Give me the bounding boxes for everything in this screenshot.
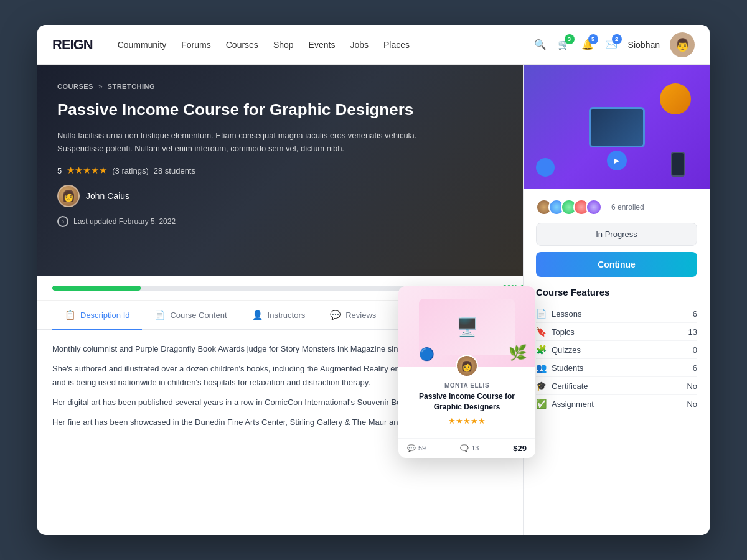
nav-jobs[interactable]: Jobs: [350, 40, 369, 50]
enrolled-row: +6 enrolled: [536, 199, 697, 215]
certificate-value: No: [687, 381, 697, 391]
students-value: 6: [693, 363, 697, 373]
fc-price: $29: [513, 444, 527, 453]
deco-phone: [671, 152, 685, 177]
course-rating: 5 ★★★★★ (3 ratings) 28 students: [57, 165, 462, 176]
enrolled-avatar-5: [586, 199, 602, 215]
nav-shop[interactable]: Shop: [273, 40, 294, 50]
tab-description[interactable]: 📋 Description Id: [52, 301, 142, 330]
hero-content: COURSES » STRETCHING Passive Income Cour…: [57, 82, 462, 227]
search-button[interactable]: 🔍: [533, 38, 547, 52]
feature-lessons: 📄 Lessons 6: [536, 305, 697, 323]
tab-course-content[interactable]: 📄 Course Content: [142, 301, 239, 330]
fc-likes: 💬 59: [407, 444, 426, 452]
breadcrumb-separator: »: [98, 82, 103, 91]
feature-certificate: 🎓 Certificate No: [536, 377, 697, 395]
floating-card-image: 🖥️ 🌿 🔵 👩: [398, 286, 535, 367]
notifications-button[interactable]: 🔔 5: [581, 38, 594, 52]
play-button[interactable]: ▶: [607, 151, 627, 170]
user-avatar[interactable]: 👨: [670, 32, 695, 57]
course-title: Passive Income Course for Graphic Design…: [57, 100, 462, 121]
like-icon: 💬: [407, 444, 416, 452]
content-tab-icon: 📄: [154, 310, 165, 320]
tab-instructors[interactable]: 👤 Instructors: [240, 301, 318, 330]
instructor-row: 👩 John Caius: [57, 185, 462, 207]
tab-reviews[interactable]: 💬 Reviews: [317, 301, 388, 330]
breadcrumb-courses[interactable]: COURSES: [57, 83, 93, 90]
sidebar-panel: ▶ +6 enrolled In Progress Continue Cours…: [523, 65, 710, 535]
lessons-icon: 📄: [536, 309, 547, 319]
topics-value: 13: [688, 327, 697, 337]
feature-students: 👥 Students 6: [536, 359, 697, 377]
assignment-value: No: [687, 399, 697, 409]
certificate-label: Certificate: [552, 381, 588, 391]
mail-badge: 2: [612, 34, 622, 44]
rating-count: (3 ratings): [112, 166, 149, 175]
students-count: 28 students: [154, 166, 195, 175]
floating-card-footer: 💬 59 🗨️ 13 $29: [398, 438, 535, 458]
breadcrumb-stretching[interactable]: STRETCHING: [108, 83, 156, 90]
likes-count: 59: [418, 444, 426, 452]
tab-description-label: Description Id: [80, 310, 129, 320]
cart-badge: 3: [565, 34, 575, 44]
floating-course-card[interactable]: 🖥️ 🌿 🔵 👩 MONTA ELLIS Passive Income Cour…: [398, 286, 535, 458]
tab-reviews-label: Reviews: [345, 310, 376, 320]
sidebar-body: +6 enrolled In Progress Continue Course …: [524, 189, 710, 423]
nav-community[interactable]: Coummunity: [118, 40, 167, 50]
notification-badge: 5: [588, 34, 598, 44]
comment-icon: 🗨️: [460, 444, 469, 452]
assignment-label: Assignment: [552, 399, 594, 409]
deco-circle-blue: [536, 158, 555, 177]
site-logo[interactable]: REIGN: [52, 37, 93, 53]
students-icon: 👥: [536, 363, 547, 373]
enrolled-avatars: [536, 199, 602, 215]
nav-links: Coummunity Forums Courses Shop Events Jo…: [118, 40, 514, 50]
reviews-tab-icon: 💬: [330, 310, 341, 320]
fc-stars: ★★★★★: [407, 416, 527, 426]
comments-count: 13: [471, 444, 479, 452]
deco-circle-gold: [660, 83, 691, 114]
instructor-avatar: 👩: [57, 185, 80, 207]
rating-stars: ★★★★★: [67, 165, 107, 176]
continue-button[interactable]: Continue: [536, 252, 697, 277]
description-tab-icon: 📋: [65, 310, 75, 320]
students-label: Students: [552, 363, 583, 373]
instructors-tab-icon: 👤: [252, 310, 263, 320]
fc-author-avatar: 👩: [456, 355, 478, 377]
feature-topics: 🔖 Topics 13: [536, 323, 697, 341]
quizzes-label: Quizzes: [552, 345, 581, 355]
topics-label: Topics: [552, 327, 575, 337]
search-icon: 🔍: [533, 38, 547, 52]
cart-button[interactable]: 🛒 3: [557, 38, 571, 52]
assignment-icon: ✅: [536, 399, 547, 409]
features-title: Course Features: [536, 287, 697, 297]
nav-places[interactable]: Places: [383, 40, 410, 50]
fc-author-name: MONTA ELLIS: [407, 382, 527, 389]
enrolled-count: +6 enrolled: [607, 203, 644, 212]
instructor-name[interactable]: John Caius: [86, 191, 129, 201]
user-menu[interactable]: Siobhan: [628, 40, 660, 50]
fc-avatar-wrap: 👩: [456, 355, 478, 377]
topics-icon: 🔖: [536, 327, 547, 337]
certificate-icon: 🎓: [536, 381, 547, 391]
fc-course-title: Passive Income Course for Graphic Design…: [407, 391, 527, 413]
nav-events[interactable]: Events: [309, 40, 336, 50]
tab-instructors-label: Instructors: [268, 310, 306, 320]
progress-fill: [52, 286, 141, 291]
course-description: Nulla facilisis urna non tristique eleme…: [57, 129, 462, 156]
quizzes-value: 0: [693, 345, 697, 355]
clock-icon: ○: [57, 216, 68, 227]
mail-button[interactable]: ✉️ 2: [604, 38, 618, 52]
tab-content-label: Course Content: [170, 310, 227, 320]
last-updated: ○ Last updated February 5, 2022: [57, 216, 462, 227]
nav-actions: 🔍 🛒 3 🔔 5 ✉️ 2 Siobhan 👨: [533, 32, 695, 57]
nav-courses[interactable]: Courses: [226, 40, 258, 50]
lessons-value: 6: [693, 309, 697, 319]
quizzes-icon: 🧩: [536, 345, 547, 355]
course-thumbnail: ▶: [524, 65, 710, 189]
nav-forums[interactable]: Forums: [181, 40, 210, 50]
deco-monitor: [589, 107, 645, 147]
lessons-label: Lessons: [552, 309, 581, 319]
updated-text: Last updated February 5, 2022: [73, 217, 176, 226]
in-progress-button[interactable]: In Progress: [536, 223, 697, 246]
